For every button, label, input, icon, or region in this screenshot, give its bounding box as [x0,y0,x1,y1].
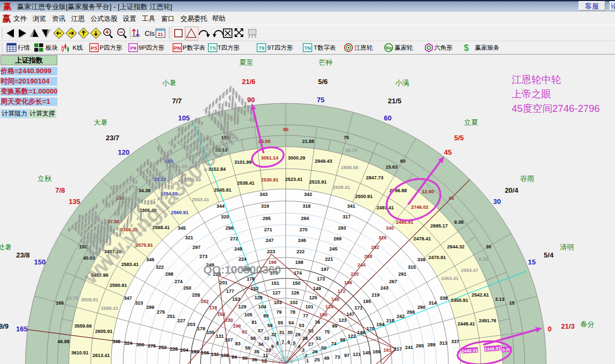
svg-text:大暑: 大暑 [94,118,108,126]
svg-text:291: 291 [398,271,406,277]
svg-text:245: 245 [329,246,338,252]
svg-text:244: 244 [357,262,365,268]
svg-text:Cls: Cls [145,29,155,37]
svg-text:347: 347 [124,295,132,301]
svg-text:294: 294 [301,216,309,221]
svg-text:36: 36 [252,357,257,362]
svg-text:172: 172 [338,289,346,294]
svg-text:316: 316 [378,235,386,240]
svg-text:226: 226 [192,292,200,298]
svg-text:27: 27 [308,342,313,347]
svg-text:298: 298 [166,271,174,277]
svg-text:324: 324 [124,340,132,346]
svg-text:197: 197 [321,267,329,272]
svg-text:150: 150 [34,258,46,266]
svg-text:2455.91: 2455.91 [451,298,468,303]
svg-text:204: 204 [181,347,189,353]
svg-text:82: 82 [242,329,247,335]
svg-text:行情: 行情 [18,44,30,51]
svg-text:2545.91: 2545.91 [214,187,231,193]
svg-text:155: 155 [207,330,215,335]
svg-text:344: 344 [216,203,224,209]
svg-text:169: 169 [372,349,380,354]
svg-text:149: 149 [313,286,321,291]
svg-text:318: 318 [303,203,311,209]
svg-text:173: 173 [317,276,325,282]
svg-text:80: 80 [263,313,268,318]
svg-text:7/7: 7/7 [172,97,182,105]
svg-text:272: 272 [230,236,238,241]
svg-text:2553.41: 2553.41 [192,197,209,202]
svg-text:228: 228 [170,346,178,352]
svg-text:35: 35 [254,349,259,354]
svg-text:15: 15 [509,300,515,306]
svg-text:342: 342 [304,192,312,197]
svg-text:125: 125 [309,295,317,300]
svg-text:171: 171 [355,305,363,310]
svg-text:12.50: 12.50 [422,189,434,194]
svg-text:153: 153 [232,297,240,302]
svg-text:74: 74 [331,341,336,346]
svg-text:TN: TN [304,45,311,51]
svg-text:147: 147 [347,312,355,317]
svg-text:152: 152 [251,286,259,291]
svg-text:75: 75 [324,329,329,335]
svg-text:248: 248 [234,246,242,252]
svg-text:2593.47: 2593.47 [461,268,478,273]
svg-text:348: 348 [112,339,121,344]
svg-text:295: 295 [262,216,271,221]
svg-text:130: 130 [225,317,233,323]
svg-text:5/4: 5/4 [544,251,554,259]
svg-text:2590.91: 2590.91 [110,283,128,288]
svg-text:2583.41: 2583.41 [121,262,139,267]
svg-text:120: 120 [118,148,130,156]
svg-text:227: 227 [177,318,185,323]
svg-text:6.25: 6.25 [478,256,488,262]
svg-text:45: 45 [448,195,454,201]
svg-text:处暑: 处暑 [0,243,12,251]
svg-text:52: 52 [308,328,313,333]
svg-text:2491.76: 2491.76 [479,318,497,323]
svg-text:323: 323 [135,300,143,306]
svg-text:51: 51 [316,336,321,341]
svg-text:101: 101 [305,304,313,309]
svg-text:321: 321 [185,235,193,240]
svg-text:T四方形: T四方形 [218,44,240,51]
svg-text:219: 219 [371,292,379,298]
svg-text:170: 170 [366,326,374,331]
svg-text:129: 129 [238,304,246,309]
svg-text:2898.58: 2898.58 [341,165,358,170]
svg-text:275: 275 [157,309,165,315]
svg-text:193: 193 [383,347,391,353]
svg-text:3: 3 [302,347,304,353]
svg-text:2949.43: 2949.43 [314,158,332,164]
svg-text:3051.14: 3051.14 [261,155,279,161]
svg-text:2: 2 [305,353,308,358]
svg-text:300: 300 [136,342,144,347]
svg-text:135: 135 [69,198,80,206]
svg-text:297: 297 [192,245,200,250]
svg-text:29: 29 [295,332,301,337]
svg-text:49: 49 [324,355,329,361]
svg-text:25: 25 [314,357,320,362]
svg-text:2530.91: 2530.91 [261,177,279,183]
svg-text:165: 165 [56,300,64,306]
svg-text:100: 100 [319,312,327,317]
svg-text:2598.41: 2598.41 [101,306,118,311]
svg-text:76: 76 [314,320,320,325]
svg-text:2538.41: 2538.41 [237,180,255,186]
svg-text:252: 252 [159,345,167,350]
svg-text:30: 30 [486,244,491,249]
svg-text:322: 322 [156,264,164,270]
svg-text:56: 56 [267,323,273,328]
svg-text:P9: P9 [130,45,137,51]
svg-text:148: 148 [331,297,339,302]
svg-text:346: 346 [146,257,154,262]
svg-text:121: 121 [352,352,361,357]
svg-text:132: 132 [211,352,219,357]
svg-text:299: 299 [146,305,154,310]
svg-text:156: 156 [201,350,209,355]
svg-text:PN: PN [174,45,181,51]
svg-text:20/4: 20/4 [505,186,519,194]
svg-text:江恩轮中轮: 江恩轮中轮 [512,74,561,85]
